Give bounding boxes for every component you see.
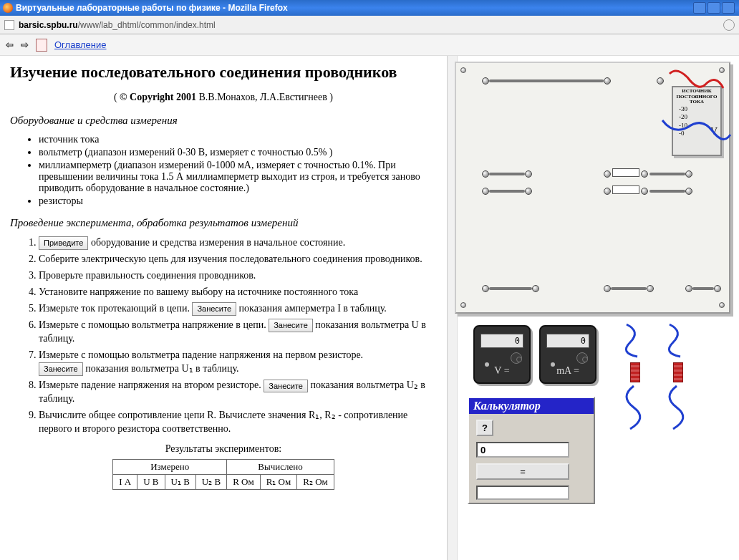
close-button[interactable]: [722, 2, 735, 14]
wire-blue[interactable]: [619, 382, 655, 433]
resistor-component[interactable]: [673, 362, 683, 382]
terminal[interactable]: [604, 170, 611, 178]
calculator-display[interactable]: 0: [476, 442, 569, 458]
back-button[interactable]: ⇦: [6, 39, 14, 50]
section-procedure: Проведение эксперимента, обработка резул…: [10, 217, 437, 229]
resistor[interactable]: [612, 185, 639, 194]
wire-blue[interactable]: [619, 321, 655, 364]
resistor-component[interactable]: [630, 362, 640, 382]
window-titlebar: Виртуальные лабораторные работы по физик…: [0, 0, 739, 16]
knob-icon[interactable]: [516, 357, 522, 362]
table-header: R₂ Ом: [297, 475, 334, 490]
list-item: Вычислите общее сопротивление цепи R. Вы…: [39, 409, 437, 436]
record-button[interactable]: Занесите: [192, 302, 236, 316]
list-item: Измерьте с помощью вольтметра напряжение…: [39, 319, 437, 346]
calculator-output: [476, 486, 569, 500]
terminal[interactable]: [482, 285, 489, 292]
table-header: U₂ В: [195, 475, 226, 490]
table-group-header: Вычислено: [227, 460, 334, 475]
steps-list: Приведите оборудование и средства измере…: [39, 236, 437, 436]
reset-button[interactable]: Приведите: [39, 236, 88, 250]
toc-link[interactable]: Оглавление: [54, 39, 106, 50]
terminal[interactable]: [525, 188, 532, 195]
terminal[interactable]: [641, 188, 648, 195]
maximize-button[interactable]: [707, 2, 720, 14]
url-text[interactable]: barsic.spbu.ru/www/lab_dhtml/common/inde…: [19, 20, 216, 30]
table-title: Результаты экспериментов:: [10, 443, 437, 455]
terminal[interactable]: [641, 170, 648, 178]
terminal[interactable]: [482, 188, 489, 195]
knob-icon[interactable]: [582, 357, 588, 362]
wire: [489, 79, 604, 82]
firefox-icon: [3, 3, 13, 13]
terminal[interactable]: [604, 77, 611, 85]
table-group-header: Измерено: [113, 460, 227, 475]
section-equipment: Оборудование и средства измерения: [10, 115, 437, 127]
document-icon: [36, 39, 47, 52]
screw-icon: [460, 67, 466, 73]
record-button[interactable]: Занесите: [269, 319, 313, 332]
page-title: Изучение последовательного соединения пр…: [10, 63, 437, 82]
record-button[interactable]: Занесите: [39, 362, 83, 376]
list-item: Измерьте ток протекающий в цепи. Занесит…: [39, 302, 437, 316]
record-button[interactable]: Занесите: [264, 380, 308, 393]
list-item: Приведите оборудование и средства измере…: [39, 236, 437, 250]
list-item: Измерьте с помощью вольтметра падение на…: [39, 349, 437, 376]
terminal[interactable]: [604, 188, 611, 195]
ammeter-reading: 0: [546, 334, 589, 348]
terminal[interactable]: [647, 285, 654, 292]
equipment-list: источник тока вольтметр (диапазон измере…: [39, 134, 437, 207]
list-item: источник тока: [39, 134, 437, 145]
calculator-panel: Калькулятор ? 0 =: [468, 397, 595, 504]
list-item: миллиамперметр (диапазон измерений 0-100…: [39, 160, 437, 194]
reload-icon[interactable]: [723, 19, 735, 31]
ammeter-unit: mA =: [541, 365, 595, 377]
table-header: I А: [113, 475, 137, 490]
address-bar[interactable]: barsic.spbu.ru/www/lab_dhtml/common/inde…: [0, 16, 739, 34]
wire-blue[interactable]: [659, 113, 738, 185]
wire: [489, 287, 532, 290]
forward-button[interactable]: ⇨: [21, 39, 29, 50]
list-item: Измерьте падение напряжения на втором ре…: [39, 379, 437, 406]
nav-toolbar: ⇦ ⇨ Оглавление: [0, 34, 739, 56]
wire: [489, 190, 525, 193]
minimize-button[interactable]: [693, 2, 706, 14]
terminal[interactable]: [532, 285, 539, 292]
voltmeter-unit: V =: [475, 365, 529, 377]
table-header: U В: [137, 475, 165, 490]
terminal[interactable]: [685, 285, 692, 292]
terminal[interactable]: [604, 285, 611, 292]
calculator-equals-button[interactable]: =: [476, 463, 569, 480]
copyright: ( © Copyright 2001 В.В.Монахов, Л.А.Евст…: [10, 92, 437, 103]
results-table: Измерено Вычислено I А U В U₁ В U₂ В R О…: [112, 459, 334, 490]
terminal[interactable]: [482, 170, 489, 178]
window-controls[interactable]: [693, 2, 735, 14]
calculator-help-button[interactable]: ?: [476, 420, 493, 436]
list-item: резисторы: [39, 195, 437, 207]
table-header: R Ом: [227, 475, 261, 490]
wire: [611, 287, 647, 290]
resistor[interactable]: [612, 168, 639, 177]
wire: [489, 173, 525, 175]
page-icon: [4, 20, 14, 30]
screw-icon: [460, 302, 466, 308]
content-pane[interactable]: Изучение последовательного соединения пр…: [0, 56, 448, 560]
table-header: R₁ Ом: [260, 475, 297, 490]
wire: [649, 190, 685, 193]
calculator-title: Калькулятор: [469, 398, 594, 414]
list-item: Установите напряжение по вашему выбору н…: [39, 286, 437, 299]
list-item: Проверьте правильность соединения провод…: [39, 269, 437, 283]
list-item: Соберите электрическую цепь для изучения…: [39, 253, 437, 266]
voltmeter[interactable]: 0 V =: [473, 325, 531, 384]
ammeter[interactable]: 0 mA =: [539, 325, 596, 384]
window-title: Виртуальные лабораторные работы по физик…: [16, 3, 288, 13]
simulation-pane: ИСТОЧНИК ПОСТОЯННОГО ТОКА -30 -20 -10 -0…: [448, 56, 739, 560]
terminal[interactable]: [525, 170, 532, 178]
screw-icon: [719, 302, 725, 308]
terminal[interactable]: [714, 285, 721, 292]
wire-blue[interactable]: [662, 321, 698, 364]
list-item: вольтметр (диапазон измерений 0-30 В, из…: [39, 147, 437, 158]
terminal[interactable]: [685, 188, 692, 195]
terminal[interactable]: [482, 77, 489, 85]
wire-blue[interactable]: [662, 382, 698, 433]
